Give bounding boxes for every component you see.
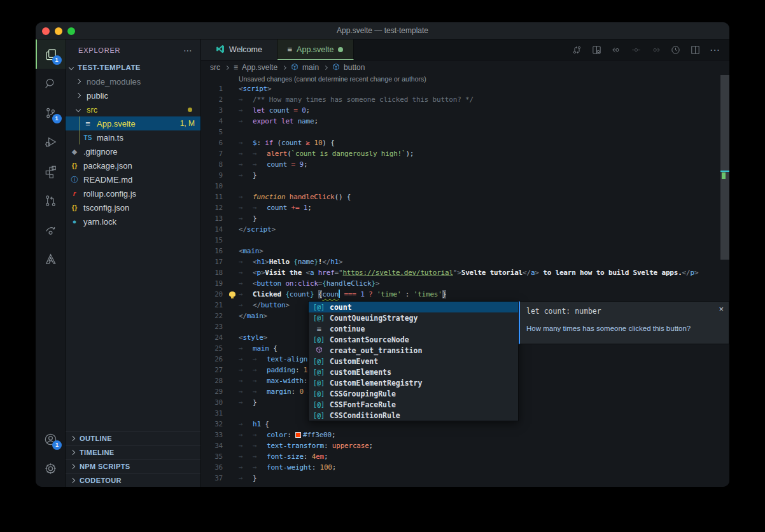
code-line-1[interactable]: 1<script> [201,83,729,94]
file-row-app-svelte[interactable]: ≡App.svelte1, M [66,116,200,130]
github-pull-requests-activity-icon[interactable] [36,186,66,215]
breadcrumb-item-src[interactable]: src [210,63,220,72]
suggest-item-cssfontfacerule[interactable]: [@]CSSFontFaceRule [309,399,518,410]
suggest-item-customelementregistry[interactable]: [@]CustomElementRegistry [309,377,518,388]
code-line-4[interactable]: 4→export let name; [201,116,729,127]
suggest-item-customelements[interactable]: [@]customElements [309,367,518,377]
file-row-node-modules[interactable]: node_modules [66,74,200,88]
codelens-annotation[interactable]: Unsaved changes (cannot determine recent… [201,74,729,83]
suggest-item-customevent[interactable]: [@]CustomEvent [309,356,518,367]
suggest-item-cssconditionrule[interactable]: [@]CSSConditionRule [309,410,518,421]
editor-scrollbar[interactable] [720,75,729,260]
suggest-item-count[interactable]: [@]count [309,302,518,312]
code-line-19[interactable]: 19→<button on:click={handleClick}> [201,278,729,289]
section-timeline[interactable]: TIMELINE [66,445,200,459]
code-line-8[interactable]: 8→→count = 9; [201,159,729,170]
open-changes-icon[interactable] [589,43,603,57]
search-activity-icon[interactable] [36,69,66,98]
code-line-34[interactable]: 34→→text-transform: uppercase; [201,440,729,451]
file-row-public[interactable]: public [66,88,200,102]
section-npm-scripts[interactable]: NPM SCRIPTS [66,459,200,473]
section-label: OUTLINE [80,435,112,442]
line-content: →$: if (count ≥ 10) { [229,137,335,148]
suggest-item-continue[interactable]: ≡continue [309,323,518,334]
code-line-16[interactable]: 16<main> [201,246,729,256]
code-line-18[interactable]: 18→<p>Visit the <a href="https://svelte.… [201,267,729,278]
more-actions-icon[interactable]: ⋯ [708,43,722,57]
tab-bar: Welcome ≡ App.svelte ⋯ [201,39,729,60]
previous-change-icon[interactable] [609,43,623,57]
code-line-11[interactable]: 11→function handleClick() { [201,192,729,202]
json-file-icon: {} [69,204,80,211]
modified-dot-icon[interactable] [338,47,343,52]
lightbulb-icon[interactable] [229,291,235,297]
code-line-17[interactable]: 17→<h1>Hello {name}!</h1> [201,256,729,267]
code-area[interactable]: Unsaved changes (cannot determine recent… [201,74,729,487]
code-line-2[interactable]: 2→/** How many times has someone clicked… [201,94,729,105]
next-change-icon[interactable] [649,43,663,57]
variable-icon: [@] [312,401,326,408]
suggest-item-create_out_transition[interactable]: create_out_transition [309,345,518,356]
code-line-7[interactable]: 7→→alert(`count is dangerously high!`); [201,148,729,159]
file-row-tsconfig-json[interactable]: {}tsconfig.json [66,200,200,214]
breadcrumb-item-file[interactable]: App.svelte [242,63,277,72]
code-line-12[interactable]: 12→→count += 1; [201,202,729,213]
code-line-33[interactable]: 33→→color: #ff3e00; [201,430,729,440]
chevron-right-icon [225,65,229,69]
file-row--gitignore[interactable]: ◆.gitignore [66,144,200,158]
code-line-37[interactable]: 37→} [201,473,729,484]
run-debug-activity-icon[interactable] [36,127,66,157]
explorer-activity-icon[interactable]: 1 [36,39,66,69]
close-icon[interactable]: × [719,304,724,314]
code-line-6[interactable]: 6→$: if (count ≥ 10) { [201,137,729,148]
extensions-activity-icon[interactable] [36,157,66,186]
suggest-item-cssgroupingrule[interactable]: [@]CSSGroupingRule [309,388,518,399]
code-line-35[interactable]: 35→→font-size: 4em; [201,451,729,462]
file-row-src[interactable]: src [66,102,200,116]
json-file-icon: {} [69,162,80,169]
current-change-icon[interactable] [629,43,643,57]
line-content: →let count = 0; [229,105,310,116]
suggest-item-countqueuingstrategy[interactable]: [@]CountQueuingStrategy [309,312,518,323]
azure-activity-icon[interactable] [36,244,66,274]
explorer-more-actions-icon[interactable]: ⋯ [183,45,193,55]
section-outline[interactable]: OUTLINE [66,431,200,445]
code-line-36[interactable]: 36→→font-weight: 100; [201,462,729,473]
suggest-details-panel: let count: number How many times has som… [519,301,729,344]
accounts-activity-icon[interactable]: 1 [36,424,66,454]
code-line-20[interactable]: 20→Clicked {count} {coun === 1 ? 'time' … [201,289,729,300]
file-row-readme-md[interactable]: ⓘREADME.md [66,172,200,186]
breadcrumb-item-button[interactable]: button [344,63,365,72]
code-line-14[interactable]: 14</script> [201,224,729,235]
section-codetour[interactable]: CODETOUR [66,473,200,487]
code-line-3[interactable]: 3→let count = 0; [201,105,729,116]
git-compare-icon[interactable] [570,43,584,57]
tab-app-svelte[interactable]: ≡ App.svelte [277,39,354,60]
file-row-yarn-lock[interactable]: ●yarn.lock [66,214,200,228]
code-line-5[interactable]: 5 [201,127,729,137]
code-lines: 1<script>2→/** How many times has someon… [201,83,729,484]
line-content: →→text-transform: uppercase; [229,440,373,451]
workspace-root-folder[interactable]: TEST-TEMPLATE [66,60,200,74]
code-line-13[interactable]: 13→} [201,213,729,224]
file-row-rollup-config-js[interactable]: rrollup.config.js [66,186,200,200]
file-row-main-ts[interactable]: TSmain.ts [66,130,200,144]
timer-icon[interactable] [668,43,682,57]
split-editor-icon[interactable] [688,43,702,57]
activity-bar: 1 1 [36,39,66,487]
live-share-activity-icon[interactable] [36,215,66,244]
symbol-cube-icon [291,63,298,73]
source-control-activity-icon[interactable]: 1 [36,98,66,127]
file-row-package-json[interactable]: {}package.json [66,158,200,172]
code-line-10[interactable]: 10 [201,181,729,192]
line-number: 29 [201,386,229,397]
tab-welcome[interactable]: Welcome [201,39,277,60]
breadcrumb-item-main[interactable]: main [302,63,319,72]
code-line-9[interactable]: 9→} [201,170,729,181]
line-number: 33 [201,430,229,440]
code-line-15[interactable]: 15 [201,235,729,246]
settings-gear-icon[interactable] [36,454,66,483]
color-swatch-icon[interactable] [295,432,301,438]
window-title: App.svelte — test-template [36,22,729,39]
suggest-item-constantsourcenode[interactable]: [@]ConstantSourceNode [309,334,518,345]
